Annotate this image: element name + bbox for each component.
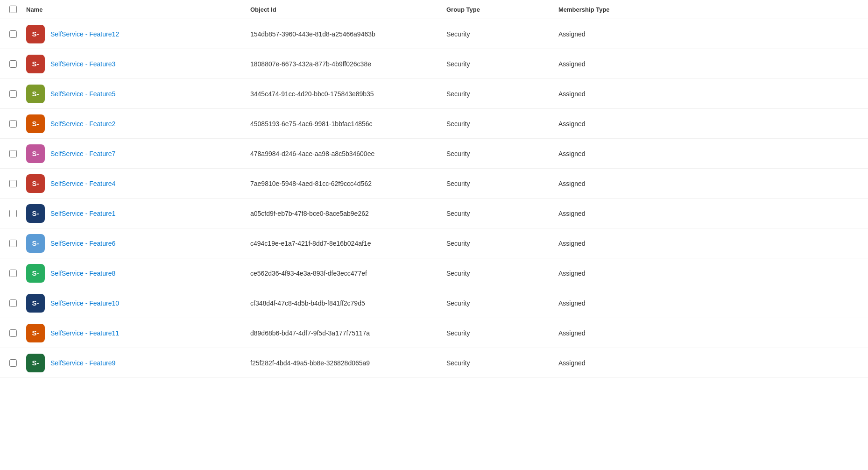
row-name-link-7[interactable]: SelfService - Feature6: [50, 240, 115, 247]
row-select-checkbox-6[interactable]: [9, 210, 17, 217]
row-name-link-2[interactable]: SelfService - Feature5: [50, 90, 115, 98]
row-name-cell-1: S- SelfService - Feature3: [26, 55, 250, 73]
avatar-11: S-: [26, 354, 45, 372]
row-name-cell-10: S- SelfService - Feature11: [26, 324, 250, 342]
row-name-link-5[interactable]: SelfService - Feature4: [50, 180, 115, 187]
row-name-link-4[interactable]: SelfService - Feature7: [50, 150, 115, 157]
row-select-checkbox-2[interactable]: [9, 90, 17, 98]
row-name-link-1[interactable]: SelfService - Feature3: [50, 60, 115, 68]
row-checkbox-8[interactable]: [9, 270, 26, 277]
select-all-checkbox[interactable]: [9, 6, 17, 13]
row-checkbox-3[interactable]: [9, 120, 26, 128]
avatar-1: S-: [26, 55, 45, 73]
row-select-checkbox-10[interactable]: [9, 329, 17, 337]
row-select-checkbox-0[interactable]: [9, 30, 17, 38]
avatar-3: S-: [26, 114, 45, 133]
row-group-type-11: Security: [446, 359, 558, 367]
row-object-id-9: cf348d4f-47c8-4d5b-b4db-f841ff2c79d5: [250, 299, 446, 307]
row-name-link-3[interactable]: SelfService - Feature2: [50, 120, 115, 128]
groups-table: Name Object Id Group Type Membership Typ…: [0, 0, 868, 470]
row-checkbox-0[interactable]: [9, 30, 26, 38]
table-row: S- SelfService - Feature11 d89d68b6-bd47…: [0, 318, 868, 348]
row-group-type-6: Security: [446, 210, 558, 217]
row-checkbox-4[interactable]: [9, 150, 26, 157]
table-row: S- SelfService - Feature6 c494c19e-e1a7-…: [0, 228, 868, 258]
row-membership-type-11: Assigned: [558, 359, 859, 367]
row-checkbox-2[interactable]: [9, 90, 26, 98]
row-name-cell-4: S- SelfService - Feature7: [26, 144, 250, 163]
row-name-cell-2: S- SelfService - Feature5: [26, 85, 250, 103]
row-select-checkbox-11[interactable]: [9, 359, 17, 367]
row-object-id-4: 478a9984-d246-4ace-aa98-a8c5b34600ee: [250, 150, 446, 157]
row-name-cell-7: S- SelfService - Feature6: [26, 234, 250, 253]
row-group-type-10: Security: [446, 329, 558, 337]
row-name-link-6[interactable]: SelfService - Feature1: [50, 210, 115, 217]
column-header-group-type: Group Type: [446, 6, 558, 13]
avatar-7: S-: [26, 234, 45, 253]
row-group-type-0: Security: [446, 30, 558, 38]
avatar-4: S-: [26, 144, 45, 163]
row-membership-type-7: Assigned: [558, 240, 859, 247]
row-membership-type-5: Assigned: [558, 180, 859, 187]
table-row: S- SelfService - Feature10 cf348d4f-47c8…: [0, 288, 868, 318]
row-group-type-5: Security: [446, 180, 558, 187]
table-header: Name Object Id Group Type Membership Typ…: [0, 0, 868, 19]
row-name-cell-11: S- SelfService - Feature9: [26, 354, 250, 372]
row-group-type-3: Security: [446, 120, 558, 128]
row-select-checkbox-9[interactable]: [9, 299, 17, 307]
row-select-checkbox-7[interactable]: [9, 240, 17, 247]
row-object-id-8: ce562d36-4f93-4e3a-893f-dfe3ecc477ef: [250, 270, 446, 277]
column-header-object-id: Object Id: [250, 6, 446, 13]
row-name-link-11[interactable]: SelfService - Feature9: [50, 359, 115, 367]
table-row: S- SelfService - Feature4 7ae9810e-5948-…: [0, 169, 868, 199]
row-membership-type-2: Assigned: [558, 90, 859, 98]
row-membership-type-3: Assigned: [558, 120, 859, 128]
row-checkbox-5[interactable]: [9, 180, 26, 187]
table-row: S- SelfService - Feature1 a05cfd9f-eb7b-…: [0, 199, 868, 228]
table-row: S- SelfService - Feature7 478a9984-d246-…: [0, 139, 868, 169]
row-name-cell-5: S- SelfService - Feature4: [26, 174, 250, 193]
column-header-name: Name: [26, 6, 250, 13]
table-row: S- SelfService - Feature2 45085193-6e75-…: [0, 109, 868, 139]
row-name-cell-3: S- SelfService - Feature2: [26, 114, 250, 133]
row-object-id-2: 3445c474-91cc-4d20-bbc0-175843e89b35: [250, 90, 446, 98]
table-row: S- SelfService - Feature5 3445c474-91cc-…: [0, 79, 868, 109]
row-name-link-8[interactable]: SelfService - Feature8: [50, 270, 115, 277]
row-checkbox-6[interactable]: [9, 210, 26, 217]
row-group-type-2: Security: [446, 90, 558, 98]
row-group-type-8: Security: [446, 270, 558, 277]
row-checkbox-9[interactable]: [9, 299, 26, 307]
row-select-checkbox-8[interactable]: [9, 270, 17, 277]
row-group-type-7: Security: [446, 240, 558, 247]
row-checkbox-10[interactable]: [9, 329, 26, 337]
row-object-id-3: 45085193-6e75-4ac6-9981-1bbfac14856c: [250, 120, 446, 128]
row-object-id-0: 154db857-3960-443e-81d8-a25466a9463b: [250, 30, 446, 38]
row-name-link-0[interactable]: SelfService - Feature12: [50, 30, 119, 38]
row-name-link-9[interactable]: SelfService - Feature10: [50, 299, 119, 307]
avatar-8: S-: [26, 264, 45, 283]
row-membership-type-1: Assigned: [558, 60, 859, 68]
avatar-5: S-: [26, 174, 45, 193]
row-checkbox-11[interactable]: [9, 359, 26, 367]
avatar-10: S-: [26, 324, 45, 342]
table-row: S- SelfService - Feature8 ce562d36-4f93-…: [0, 258, 868, 288]
row-name-link-10[interactable]: SelfService - Feature11: [50, 329, 119, 337]
table-row: S- SelfService - Feature9 f25f282f-4bd4-…: [0, 348, 868, 378]
row-checkbox-1[interactable]: [9, 60, 26, 68]
row-select-checkbox-3[interactable]: [9, 120, 17, 128]
row-group-type-4: Security: [446, 150, 558, 157]
table-row: S- SelfService - Feature3 1808807e-6673-…: [0, 49, 868, 79]
row-group-type-9: Security: [446, 299, 558, 307]
row-select-checkbox-1[interactable]: [9, 60, 17, 68]
row-object-id-11: f25f282f-4bd4-49a5-bb8e-326828d065a9: [250, 359, 446, 367]
row-name-cell-6: S- SelfService - Feature1: [26, 204, 250, 223]
row-select-checkbox-4[interactable]: [9, 150, 17, 157]
row-object-id-10: d89d68b6-bd47-4df7-9f5d-3a177f75117a: [250, 329, 446, 337]
avatar-6: S-: [26, 204, 45, 223]
row-membership-type-10: Assigned: [558, 329, 859, 337]
row-checkbox-7[interactable]: [9, 240, 26, 247]
row-membership-type-0: Assigned: [558, 30, 859, 38]
select-all-checkbox-container[interactable]: [9, 6, 26, 13]
row-select-checkbox-5[interactable]: [9, 180, 17, 187]
avatar-9: S-: [26, 294, 45, 313]
